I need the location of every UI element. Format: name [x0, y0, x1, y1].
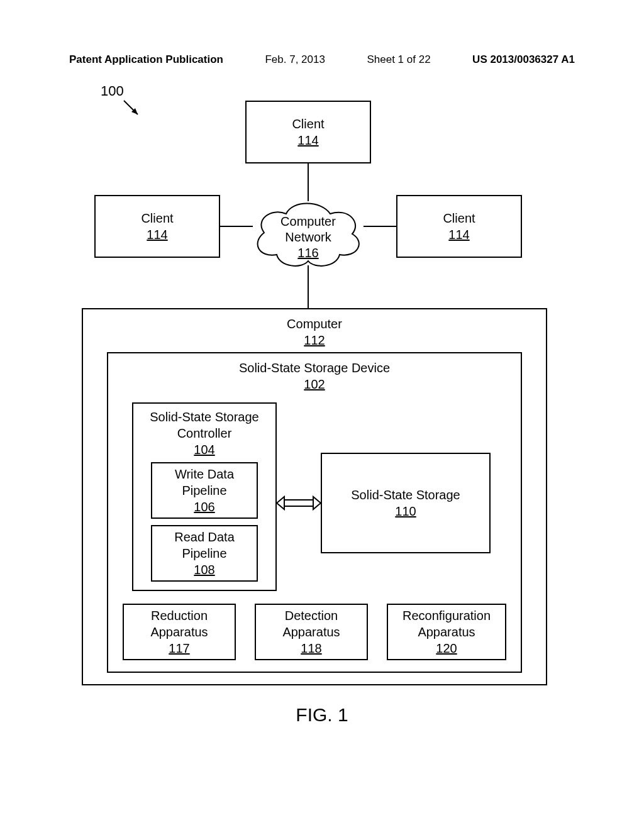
- read-pipe-label2: Pipeline: [182, 545, 226, 562]
- bidirectional-arrow-icon: [277, 494, 321, 512]
- svg-marker-4: [277, 497, 284, 509]
- header-date: Feb. 7, 2013: [265, 53, 325, 66]
- header-sheet: Sheet 1 of 22: [367, 53, 430, 66]
- network-cloud: Computer Network 116: [245, 195, 371, 270]
- client-box-right: Client 114: [396, 195, 522, 258]
- client-right-num: 114: [448, 226, 469, 243]
- reconfiguration-apparatus-box: Reconfiguration Apparatus 120: [387, 604, 506, 660]
- client-right-label: Client: [443, 210, 475, 226]
- controller-num: 104: [194, 441, 214, 458]
- write-pipe-label2: Pipeline: [182, 482, 226, 499]
- connector-line: [308, 163, 309, 201]
- reduction-label1: Reduction: [151, 607, 208, 624]
- client-left-label: Client: [141, 210, 173, 226]
- storage-num: 110: [395, 503, 416, 519]
- detection-apparatus-box: Detection Apparatus 118: [255, 604, 368, 660]
- write-pipeline-box: Write Data Pipeline 106: [151, 462, 258, 519]
- computer-num: 112: [304, 332, 325, 348]
- reconfig-label2: Apparatus: [418, 624, 475, 640]
- read-pipe-label1: Read Data: [174, 529, 235, 545]
- header-publication: Patent Application Publication: [69, 53, 223, 66]
- reconfig-label1: Reconfiguration: [402, 607, 491, 624]
- connector-line: [308, 265, 309, 308]
- write-pipe-label1: Write Data: [175, 466, 234, 482]
- svg-marker-5: [313, 497, 321, 509]
- network-num: 116: [245, 245, 371, 261]
- read-pipeline-box: Read Data Pipeline 108: [151, 525, 258, 582]
- reconfig-num: 120: [436, 640, 457, 656]
- ssd-num: 102: [304, 376, 325, 392]
- computer-label: Computer: [287, 316, 342, 332]
- network-label1: Computer: [245, 214, 371, 230]
- reference-number-100: 100: [101, 83, 124, 99]
- client-box-left: Client 114: [94, 195, 220, 258]
- network-label2: Network: [245, 230, 371, 245]
- client-top-label: Client: [292, 116, 324, 132]
- write-pipe-num: 106: [194, 499, 214, 515]
- storage-label: Solid-State Storage: [351, 487, 460, 503]
- client-top-num: 114: [297, 132, 318, 148]
- detection-label2: Apparatus: [282, 624, 340, 640]
- diagram-figure-1: 100 Client 114 Client 114 Client 114 Com…: [69, 75, 560, 704]
- storage-box: Solid-State Storage 110: [321, 453, 491, 553]
- detection-num: 118: [301, 640, 321, 656]
- reduction-num: 117: [169, 640, 189, 656]
- read-pipe-num: 108: [194, 562, 214, 578]
- client-left-num: 114: [147, 226, 167, 243]
- controller-label1: Solid-State Storage: [150, 409, 258, 425]
- figure-caption: FIG. 1: [0, 704, 644, 726]
- connector-line: [220, 226, 253, 227]
- reference-arrow-icon: [123, 99, 142, 118]
- client-box-top: Client 114: [245, 101, 371, 163]
- header-docnum: US 2013/0036327 A1: [472, 53, 575, 66]
- controller-label2: Controller: [177, 425, 232, 441]
- connector-line: [364, 226, 396, 227]
- detection-label1: Detection: [285, 607, 338, 624]
- reduction-label2: Apparatus: [150, 624, 208, 640]
- reduction-apparatus-box: Reduction Apparatus 117: [123, 604, 236, 660]
- ssd-label: Solid-State Storage Device: [239, 360, 390, 376]
